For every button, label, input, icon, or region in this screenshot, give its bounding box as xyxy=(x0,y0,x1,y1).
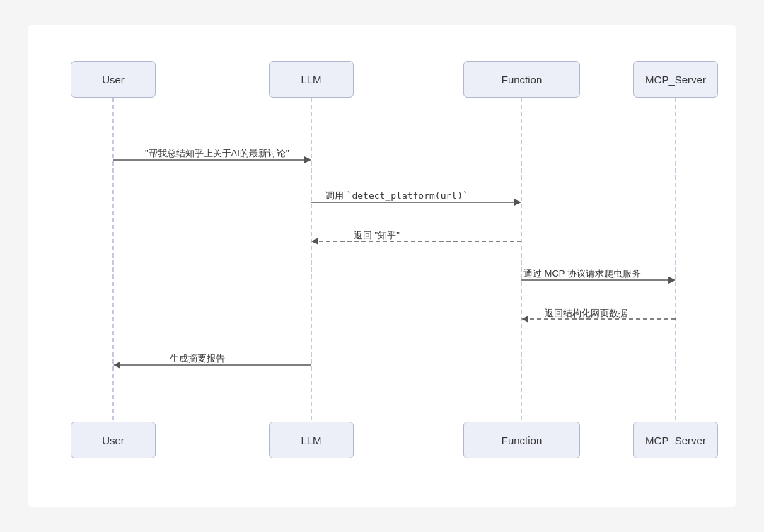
svg-marker-5 xyxy=(304,156,311,163)
msg2-label: 调用 `detect_platform(url)` xyxy=(325,190,468,202)
msg6-label: 生成摘要报告 xyxy=(170,352,225,365)
msg5-label: 返回结构化网页数据 xyxy=(545,307,627,320)
svg-marker-7 xyxy=(514,199,521,206)
msg4-label: 通过 MCP 协议请求爬虫服务 xyxy=(523,267,641,280)
diagram-svg xyxy=(28,25,736,507)
sequence-diagram: User LLM Function MCP_Server User LLM Fu… xyxy=(28,25,736,507)
svg-marker-15 xyxy=(113,362,120,369)
svg-marker-13 xyxy=(521,316,528,323)
msg1-label: "帮我总结知乎上关于AI的最新讨论" xyxy=(145,147,289,160)
svg-marker-11 xyxy=(668,277,676,284)
msg3-label: 返回 "知乎" xyxy=(354,229,400,242)
svg-marker-9 xyxy=(311,238,318,245)
